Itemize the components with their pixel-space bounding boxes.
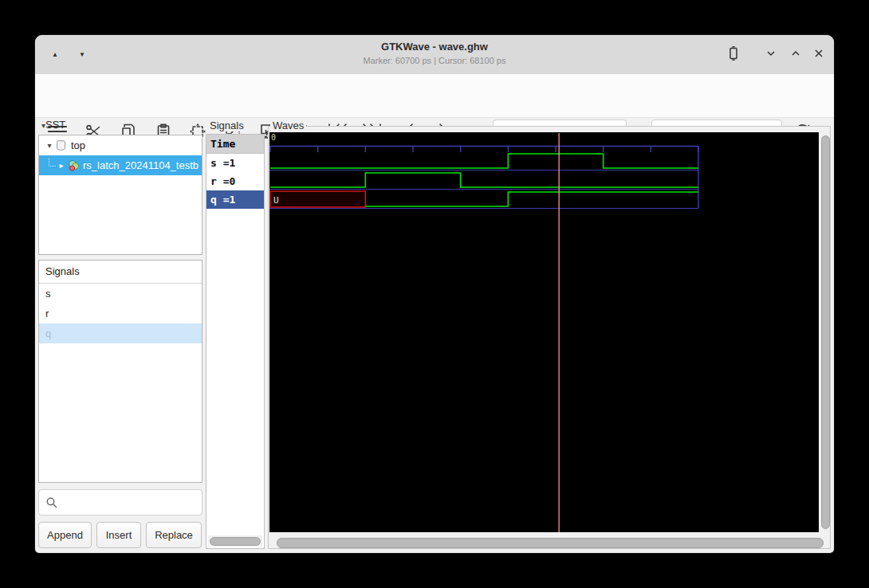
- marker-cursor-status: Marker: 60700 ps | Cursor: 68100 ps: [35, 56, 834, 65]
- expander-icon[interactable]: ▸: [56, 161, 67, 170]
- wave-name-row-r[interactable]: r =0: [206, 172, 264, 190]
- module-icon: [55, 139, 67, 151]
- close-icon: [813, 48, 824, 62]
- svg-text:U: U: [273, 195, 279, 206]
- wave-names-panel: Time s =1 r =0 q =1: [206, 134, 265, 549]
- wave-canvas[interactable]: 0 U: [269, 132, 819, 532]
- maximize-button[interactable]: [786, 45, 805, 65]
- expander-icon[interactable]: ▾: [44, 141, 55, 150]
- signal-browser: Signals s r q: [38, 260, 203, 483]
- minimize-button[interactable]: [761, 45, 781, 65]
- signal-item-q[interactable]: q: [39, 323, 202, 343]
- signal-browser-header[interactable]: Signals: [39, 261, 202, 284]
- waves-vscrollbar-thumb[interactable]: [821, 135, 830, 529]
- chevron-up-icon: [790, 48, 801, 62]
- search-input[interactable]: [63, 496, 206, 509]
- waves-hscrollbar-thumb[interactable]: [277, 538, 824, 548]
- fit-window-button[interactable]: [724, 45, 743, 65]
- tree-item-top[interactable]: ▾ top: [39, 135, 202, 155]
- append-button[interactable]: Append: [38, 522, 92, 548]
- replace-button[interactable]: Replace: [146, 522, 202, 548]
- insert-button[interactable]: Insert: [96, 522, 141, 548]
- window-title: GTKWave - wave.ghw: [35, 41, 834, 53]
- sst-tree: ▾ top ▸ rs_latch_20241104_testb: [38, 135, 203, 255]
- wave-name-row-q[interactable]: q =1: [206, 190, 264, 209]
- tree-item-label: top: [71, 139, 85, 151]
- tree-connector: [49, 158, 56, 167]
- fit-icon: [726, 46, 741, 64]
- tree-item-label: rs_latch_20241104_testb: [83, 159, 199, 171]
- wave-names-hscrollbar-thumb[interactable]: [210, 537, 261, 546]
- waveform-plot: U: [269, 132, 819, 532]
- waves-panel: 0 U: [268, 126, 831, 549]
- wave-names-hscrollbar[interactable]: [208, 535, 262, 547]
- titlebar[interactable]: ▲ ▼ GTKWave - wave.ghw Marker: 60700 ps …: [35, 35, 834, 75]
- waves-frame-label: Waves: [270, 120, 306, 131]
- sst-label: SST: [45, 119, 65, 131]
- signal-search[interactable]: [38, 489, 203, 515]
- wave-names-frame-label: Signals: [207, 120, 246, 131]
- wave-name-row-s[interactable]: s =1: [206, 154, 264, 172]
- sst-section[interactable]: ▾SST: [41, 119, 65, 131]
- entity-icon: [67, 159, 80, 172]
- gtkwave-window: ▲ ▼ GTKWave - wave.ghw Marker: 60700 ps …: [35, 35, 834, 553]
- waves-vscrollbar[interactable]: [820, 132, 830, 532]
- signal-item-r[interactable]: r: [39, 304, 202, 323]
- tree-item-rs-latch[interactable]: ▸ rs_latch_20241104_testb: [39, 155, 202, 175]
- close-button[interactable]: [809, 45, 828, 65]
- signal-item-s[interactable]: s: [39, 284, 202, 304]
- chevron-down-icon: [765, 48, 777, 62]
- toolbar: From: To:: [35, 74, 834, 118]
- search-icon: [45, 496, 58, 509]
- timeline-origin-label: 0: [271, 133, 276, 142]
- time-header[interactable]: Time: [206, 135, 264, 154]
- waves-hscrollbar[interactable]: [275, 536, 825, 548]
